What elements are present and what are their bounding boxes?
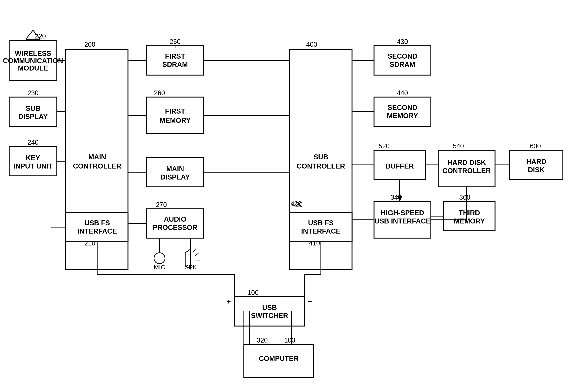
hd-controller-ref: 540 — [453, 142, 464, 150]
key-input-label-2: INPUT UNIT — [13, 162, 52, 170]
second-sdram-label-1: SECOND — [388, 52, 418, 60]
third-memory-label-1: THIRD — [459, 209, 480, 217]
spk-label: SPK — [184, 264, 197, 271]
key-input-label-1: KEY — [26, 154, 40, 162]
audio-proc-ref: 270 — [156, 201, 167, 209]
main-display-label-1: MAIN — [166, 165, 184, 173]
svg-rect-15 — [147, 209, 204, 238]
svg-line-6 — [26, 30, 33, 39]
sub-controller-ref: 400 — [306, 41, 317, 48]
second-sdram-ref: 430 — [397, 38, 408, 46]
hard-disk-label-1: HARD — [526, 158, 546, 166]
hard-disk-ref: 600 — [530, 142, 541, 150]
hd-controller-label-2: CONTROLLER — [442, 167, 491, 174]
second-memory-label-1: SECOND — [388, 104, 418, 111]
diagram-container: COMPUTER 320 100 USB SWITCHER 100 + − MA… — [0, 0, 579, 392]
second-memory-label-2: MEMORY — [387, 112, 418, 120]
audio-proc-label-2: PROCESSOR — [153, 224, 198, 231]
high-speed-usb-label-2: USB INTERFACE — [374, 217, 431, 225]
first-memory-ref: 260 — [154, 89, 165, 97]
third-memory-ref: 360 — [459, 194, 470, 201]
main-controller-label-2: CONTROLLER — [73, 162, 121, 170]
sub-display-label-1: SUB — [26, 105, 40, 112]
usb-fs-1-label-2: INTERFACE — [77, 227, 117, 235]
high-speed-usb-label-1: HIGH-SPEED — [381, 209, 424, 217]
computer-label: COMPUTER — [259, 355, 298, 362]
wireless-label-3: MODULE — [18, 64, 48, 72]
buffer-ref: 520 — [379, 142, 390, 150]
svg-rect-26 — [374, 97, 431, 126]
svg-rect-13 — [147, 97, 204, 134]
sub-controller-label-2: CONTROLLER — [297, 162, 345, 170]
audio-proc-label-1: AUDIO — [164, 216, 186, 223]
first-memory-label-2: MEMORY — [159, 116, 191, 124]
minus-label: − — [308, 298, 312, 306]
first-sdram-label-1: FIRST — [165, 52, 185, 60]
svg-rect-24 — [290, 213, 352, 242]
usb-switcher-label-1: USB — [262, 304, 277, 311]
usb-switcher-ref: 100 — [247, 289, 259, 296]
plus-label: + — [227, 298, 231, 306]
key-input-ref: 240 — [27, 139, 39, 146]
svg-point-16 — [154, 253, 165, 264]
sub-display-label-2: DISPLAY — [18, 113, 48, 120]
usb-fs-2-label-1: USB FS — [308, 219, 334, 227]
first-sdram-ref: 250 — [170, 38, 181, 46]
sub-controller-label-1: SUB — [313, 153, 328, 161]
svg-rect-12 — [147, 46, 204, 75]
main-controller-label-1: MAIN — [88, 153, 106, 161]
mic-label: MIC — [154, 264, 165, 271]
usb-switcher-label-2: SWITCHER — [251, 312, 288, 320]
second-sdram-label-2: SDRAM — [390, 61, 415, 68]
usb-fs-2-label-2: INTERFACE — [301, 227, 341, 235]
sub-display-ref: 230 — [27, 89, 39, 97]
usb-fs-2-ref: 410 — [309, 239, 320, 247]
third-memory-label-2: MEMORY — [454, 217, 485, 225]
ref-420: 420 — [290, 200, 302, 208]
main-controller-ref: 200 — [84, 41, 95, 48]
usb-switcher-ref-bottom: 100 — [284, 336, 295, 344]
svg-rect-25 — [374, 46, 431, 75]
first-memory-label-1: FIRST — [165, 107, 185, 115]
wireless-label-1: WIRELESS — [15, 50, 51, 57]
svg-line-18 — [185, 249, 191, 253]
wireless-label-2: COMMUNICATION — [3, 57, 63, 65]
usb-fs-1-ref: 210 — [84, 239, 95, 247]
computer-ref: 320 — [257, 336, 268, 344]
svg-line-21 — [193, 248, 196, 252]
hd-controller-label-1: HARD DISK — [447, 159, 486, 166]
first-sdram-label-2: SDRAM — [162, 61, 188, 68]
main-display-label-2: DISPLAY — [160, 173, 190, 181]
svg-line-22 — [195, 253, 199, 256]
usb-fs-1-label-1: USB FS — [84, 219, 110, 227]
second-memory-ref: 440 — [397, 89, 408, 97]
buffer-label: BUFFER — [386, 162, 414, 170]
svg-rect-11 — [66, 213, 128, 242]
hard-disk-label-2: DISK — [528, 166, 545, 174]
